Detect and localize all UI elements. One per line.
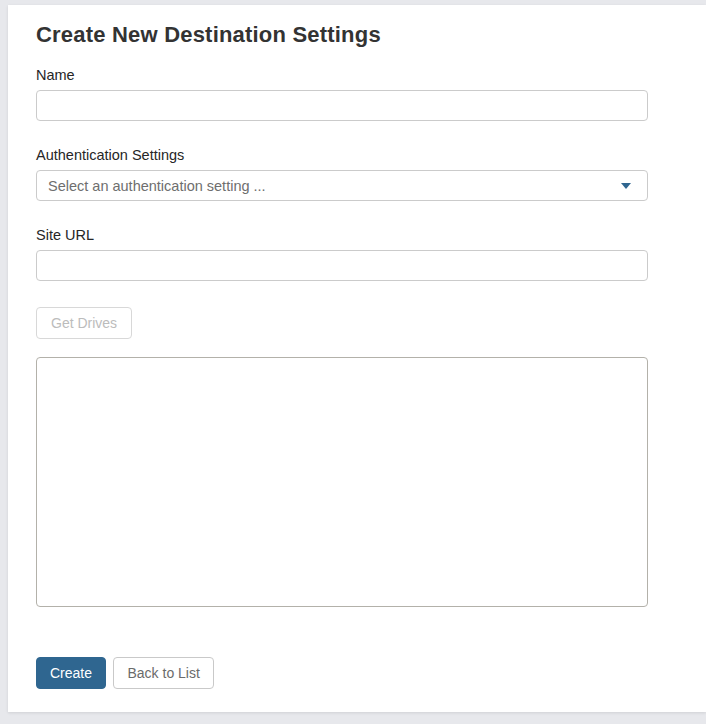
name-input[interactable] — [36, 90, 648, 121]
site-url-input[interactable] — [36, 250, 648, 281]
content-panel: Create New Destination Settings Name Aut… — [8, 5, 706, 712]
back-to-list-button[interactable]: Back to List — [113, 657, 213, 689]
name-field-group: Name — [36, 67, 648, 121]
auth-settings-selected-value: Select an authentication setting ... — [48, 178, 266, 194]
auth-settings-select[interactable]: Select an authentication setting ... — [36, 170, 648, 201]
chevron-down-icon — [621, 183, 631, 189]
name-label: Name — [36, 67, 648, 83]
get-drives-button[interactable]: Get Drives — [36, 307, 132, 339]
create-button[interactable]: Create — [36, 657, 106, 689]
site-url-label: Site URL — [36, 227, 648, 243]
actions-row: Create Back to List — [36, 657, 648, 689]
auth-settings-label: Authentication Settings — [36, 147, 648, 163]
page-title: Create New Destination Settings — [36, 22, 648, 48]
auth-settings-field-group: Authentication Settings Select an authen… — [36, 147, 648, 201]
drives-listbox[interactable] — [36, 357, 648, 607]
site-url-field-group: Site URL — [36, 227, 648, 281]
